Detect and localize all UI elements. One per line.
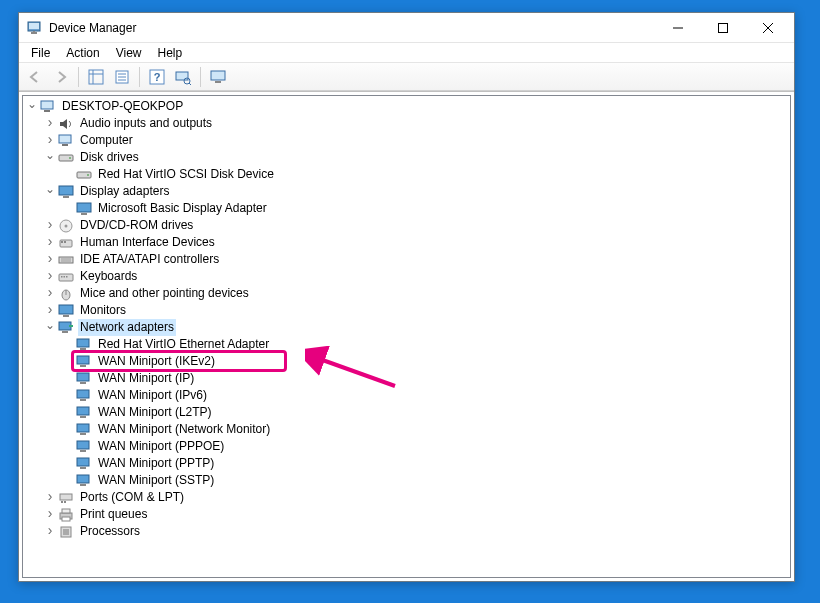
show-hide-tree-button[interactable] [84,65,108,89]
tree-label: WAN Miniport (IPv6) [96,387,209,404]
update-driver-button[interactable] [206,65,230,89]
tree-item-net-sstp[interactable]: WAN Miniport (SSTP) [61,472,790,489]
window-title: Device Manager [49,21,655,35]
ports-icon [58,490,74,506]
device-manager-window: Device Manager File Action View Help [18,12,795,582]
tree-item-display-adapters[interactable]: Display adapters [43,183,790,200]
chevron-right-icon[interactable] [43,236,57,250]
menu-file[interactable]: File [23,44,58,62]
chevron-right-icon[interactable] [43,491,57,505]
window-controls [655,14,790,42]
monitor-icon [210,69,226,85]
tree-item-mice[interactable]: Mice and other pointing devices [43,285,790,302]
tree-item-display-basic[interactable]: Microsoft Basic Display Adapter [61,200,790,217]
svg-rect-49 [63,315,69,317]
tree-item-print-queues[interactable]: Print queues [43,506,790,523]
tree-item-net-pppoe[interactable]: WAN Miniport (PPPOE) [61,438,790,455]
device-tree-scroll[interactable]: DESKTOP-QEOKPOP Audio inputs and outputs… [22,95,791,578]
hid-icon [58,235,74,251]
tree-item-processors[interactable]: Processors [43,523,790,540]
titlebar: Device Manager [19,13,794,43]
mouse-icon [58,286,74,302]
tree-label: Processors [78,523,142,540]
tree-item-hid[interactable]: Human Interface Devices [43,234,790,251]
close-button[interactable] [745,14,790,42]
svg-rect-24 [59,135,71,143]
maximize-button[interactable] [700,14,745,42]
tree-item-network-adapters[interactable]: Network adapters [43,319,790,336]
display-icon [58,184,74,200]
scan-hardware-button[interactable] [171,65,195,89]
tree-root[interactable]: DESKTOP-QEOKPOP [25,98,790,115]
chevron-down-icon[interactable] [43,321,57,335]
minimize-button[interactable] [655,14,700,42]
menu-action[interactable]: Action [58,44,107,62]
properties-button[interactable] [110,65,134,89]
tree-item-monitors[interactable]: Monitors [43,302,790,319]
tree-item-net-monitor[interactable]: WAN Miniport (Network Monitor) [61,421,790,438]
disk-icon [76,167,92,183]
chevron-right-icon[interactable] [43,270,57,284]
chevron-down-icon[interactable] [25,100,39,114]
chevron-right-icon[interactable] [43,134,57,148]
svg-rect-53 [80,348,86,350]
chevron-right-icon[interactable] [43,117,57,131]
chevron-down-icon[interactable] [43,185,57,199]
svg-rect-59 [80,399,86,401]
help-button[interactable]: ? [145,65,169,89]
tree-label: Print queues [78,506,149,523]
tree-item-computer[interactable]: Computer [43,132,790,149]
svg-rect-3 [33,31,35,32]
svg-point-27 [69,157,71,159]
chevron-right-icon[interactable] [43,508,57,522]
forward-button[interactable] [49,65,73,89]
cpu-icon [58,524,74,540]
menu-help[interactable]: Help [150,44,191,62]
toolbar: ? [19,63,794,91]
svg-rect-77 [63,529,69,535]
back-button[interactable] [23,65,47,89]
tree-label: Computer [78,132,135,149]
tree-item-dvd[interactable]: DVD/CD-ROM drives [43,217,790,234]
menu-view[interactable]: View [108,44,150,62]
svg-rect-43 [61,276,63,278]
tree-item-net-pptp[interactable]: WAN Miniport (PPTP) [61,455,790,472]
minimize-icon [673,23,683,33]
tree-item-ide[interactable]: IDE ATA/ATAPI controllers [43,251,790,268]
svg-point-35 [65,224,68,227]
nic-icon [76,337,92,353]
nic-icon [76,439,92,455]
tree-item-audio[interactable]: Audio inputs and outputs [43,115,790,132]
chevron-right-icon[interactable] [43,219,57,233]
properties-icon [114,69,130,85]
toolbar-separator [139,67,140,87]
tree-item-net-ipv6[interactable]: WAN Miniport (IPv6) [61,387,790,404]
chevron-right-icon[interactable] [43,253,57,267]
tree-item-disk-drives[interactable]: Disk drives [43,149,790,166]
app-icon [27,20,43,36]
tree-item-net-ip[interactable]: WAN Miniport (IP) [61,370,790,387]
chevron-right-icon[interactable] [43,304,57,318]
dvd-icon [58,218,74,234]
monitor-icon [58,303,74,319]
svg-rect-23 [44,110,50,112]
tree-label: Disk drives [78,149,141,166]
tree-label: Keyboards [78,268,139,285]
tree-item-net-ikev2[interactable]: WAN Miniport (IKEv2) [61,353,790,370]
tree-item-disk-virtio[interactable]: Red Hat VirtIO SCSI Disk Device [61,166,790,183]
tree-item-ports[interactable]: Ports (COM & LPT) [43,489,790,506]
pc-icon [58,133,74,149]
svg-rect-62 [77,424,89,432]
svg-rect-48 [59,305,73,314]
chevron-right-icon[interactable] [43,287,57,301]
chevron-right-icon[interactable] [43,525,57,539]
tree-label: DVD/CD-ROM drives [78,217,195,234]
svg-rect-32 [77,203,91,212]
chevron-down-icon[interactable] [43,151,57,165]
tree-item-net-virtio[interactable]: Red Hat VirtIO Ethernet Adapter [61,336,790,353]
tree-item-net-l2tp[interactable]: WAN Miniport (L2TP) [61,404,790,421]
svg-line-19 [189,83,191,85]
svg-rect-31 [63,196,69,198]
tree-label: WAN Miniport (IP) [96,370,196,387]
tree-item-keyboards[interactable]: Keyboards [43,268,790,285]
